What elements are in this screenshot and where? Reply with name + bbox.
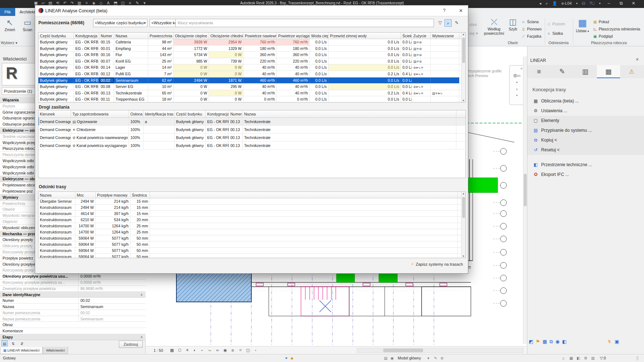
cell-flow[interactable]: 5077 kg/h bbox=[96, 241, 130, 247]
cell-type[interactable]: ⊛ Kanał powietrza nawiewanego bbox=[71, 134, 129, 141]
cell-heat[interactable]: 0 W bbox=[173, 90, 209, 96]
cell-cool[interactable]: 0 W bbox=[209, 90, 243, 96]
cell-heat[interactable]: 0 W bbox=[173, 84, 209, 90]
rooms-header-row[interactable]: Część budynkuKondygnacjaNumerNazwaPowier… bbox=[38, 33, 465, 39]
cell-cw[interactable]: 0.0 L/s bbox=[329, 84, 401, 90]
column-header-sup[interactable]: Powietrze nawiewne bbox=[243, 33, 277, 39]
cell-rest[interactable] bbox=[150, 235, 458, 241]
set-workplane-button[interactable]: ▦ Ustaw ▾ bbox=[574, 17, 590, 33]
cell-rest[interactable] bbox=[150, 198, 458, 204]
palette-item[interactable]: ▦Obliczenia (beta) ... bbox=[527, 96, 644, 106]
cell-name[interactable]: Flur bbox=[114, 52, 148, 58]
cell-power[interactable]: 59064 W bbox=[75, 254, 96, 258]
segments-header-row[interactable]: NazwaMocPrzepływ masowyŚrednica bbox=[38, 192, 465, 198]
detail-level-icon[interactable]: ▩ bbox=[168, 348, 176, 353]
cell-name[interactable]: Technikzentrale bbox=[243, 142, 456, 149]
view-tool-icon[interactable]: ▣ bbox=[615, 339, 619, 344]
column-header-usage[interactable]: Zużycie bbox=[412, 33, 431, 39]
cell-name[interactable]: Übergabe Seminar bbox=[38, 198, 75, 204]
cell-prod[interactable] bbox=[431, 84, 459, 90]
cell-ext[interactable]: 760 m³/h bbox=[277, 39, 310, 45]
navigation-bar[interactable]: ⊗ ◍2D ▾ ⌕ ▾ bbox=[509, 65, 524, 105]
cell-cw[interactable]: 0.0 L/s bbox=[329, 46, 401, 52]
cell-part[interactable]: Budynek główny bbox=[38, 39, 74, 45]
cell-hw[interactable]: 0.0 L/s bbox=[310, 77, 329, 84]
sort-desc-icon[interactable]: ⇵ bbox=[19, 340, 25, 346]
supply-header-row[interactable]: KierunekTyp zapotrzebowaniaOsłonaIdentyf… bbox=[38, 110, 465, 118]
cell-level[interactable]: EG - OK RFB bbox=[206, 126, 229, 133]
signed-in-user[interactable]: e-L04 bbox=[561, 1, 572, 5]
cell-dia[interactable]: 50 mm bbox=[130, 248, 150, 253]
cell-dia[interactable]: 15 mm bbox=[130, 198, 150, 204]
cell-name[interactable]: Konstruktionsraum bbox=[38, 248, 75, 253]
cell-level[interactable]: EG - OK RFB bbox=[74, 39, 99, 45]
cell-cool[interactable]: 1329 W bbox=[209, 46, 243, 52]
cell-dia[interactable]: 15 mm bbox=[130, 205, 150, 210]
cell-cool[interactable]: 0 W bbox=[209, 64, 243, 71]
filter-funnel-icon[interactable]: ▽ bbox=[436, 19, 444, 27]
tab-linear-properties[interactable]: ▦LINEAR Właściwości bbox=[0, 347, 43, 354]
highlight-search-icon[interactable]: ⌕ bbox=[444, 19, 452, 27]
cell-part[interactable]: Budynek główny bbox=[175, 126, 206, 133]
cell-part[interactable]: Budynek główny bbox=[175, 118, 206, 125]
cell-heat[interactable]: 3939 W bbox=[173, 39, 209, 45]
rooms-row-00.01[interactable]: Budynek głównyEG - OK RFB00.01Empfang44 … bbox=[38, 46, 465, 52]
show-crop-icon[interactable]: ⌙ bbox=[206, 348, 214, 353]
column-header-cw[interactable]: Przewód zimnej wody bbox=[329, 33, 401, 39]
reveal-hidden-icon[interactable]: ◉ bbox=[221, 348, 229, 353]
rooms-row-00.11[interactable]: Budynek głównyEG - OK RFB00.11Treppenhau… bbox=[38, 96, 465, 102]
cell-sew[interactable]: 0.0 L/s bbox=[401, 58, 412, 64]
select-by-face-icon[interactable]: ⚙ bbox=[584, 356, 587, 360]
visual-style-icon[interactable]: ⬡ bbox=[176, 348, 183, 353]
cell-cover[interactable]: 100% bbox=[129, 126, 143, 133]
cell-hw[interactable]: 0.0 L/s bbox=[310, 64, 329, 71]
cell-sew[interactable]: 0.0 L/s bbox=[401, 64, 412, 71]
supply-row[interactable]: Demand Coverage▤ Ogrzewanie100%aBudynek … bbox=[38, 118, 465, 126]
column-header-num[interactable]: Numer bbox=[99, 33, 114, 39]
column-header-rest[interactable] bbox=[150, 192, 458, 198]
segment-row[interactable]: Übergabe Seminar2494 W214 kg/h15 mm bbox=[38, 198, 465, 205]
segment-row[interactable]: Konstruktionsraum59064 W5077 kg/h50 mm bbox=[38, 248, 465, 254]
dialog-close-icon[interactable]: ✕ bbox=[459, 8, 463, 13]
selection-count[interactable]: ▽:0 bbox=[600, 356, 606, 360]
property-row[interactable]: Rzeczywisty przepływ powietrza us...0.00… bbox=[0, 279, 146, 286]
segment-row[interactable]: Konstruktionsraum4614 W397 kg/h15 mm bbox=[38, 211, 465, 217]
cell-hw[interactable]: 0.0 L/s bbox=[310, 71, 329, 77]
edit-tab[interactable]: ✎ bbox=[551, 65, 574, 78]
temporary-hide-icon[interactable]: ∞ bbox=[214, 348, 221, 353]
cell-rest[interactable] bbox=[150, 241, 458, 247]
tab-properties[interactable]: Właściwości bbox=[43, 347, 68, 354]
cell-level[interactable]: EG - OK RFB bbox=[74, 71, 99, 77]
cell-cw[interactable]: 0.0 L/s bbox=[329, 39, 401, 45]
reveal-constraints-icon[interactable]: ⌗ bbox=[237, 348, 244, 353]
column-header-flow[interactable]: Przepływ masowy bbox=[96, 192, 130, 198]
ref-plane-button[interactable]: ◺Płaszczyzna odniesienia bbox=[593, 27, 643, 31]
cell-power[interactable]: 2494 W bbox=[75, 198, 96, 204]
cell-ext[interactable]: 40 m³/h bbox=[277, 84, 310, 90]
cell-sup[interactable]: 180 m³/h bbox=[243, 46, 277, 52]
cell-cw[interactable]: 0.0 L/s bbox=[329, 96, 401, 102]
cell-dir[interactable]: Demand Coverage bbox=[38, 118, 71, 125]
cell-name[interactable]: Treppenhaus EG bbox=[114, 96, 148, 102]
cell-sup[interactable]: 0 m³/h bbox=[243, 96, 277, 102]
cell-heat[interactable]: 985 W bbox=[173, 58, 209, 64]
column-header-name[interactable]: Nazwa bbox=[38, 192, 75, 198]
cell-sew[interactable]: 0.0 L/s bbox=[401, 77, 412, 84]
cell-level[interactable]: EG - OK RFB bbox=[206, 142, 229, 149]
dialog-help-icon[interactable]: ? bbox=[443, 8, 446, 13]
segment-row[interactable]: Konstruktionsraum59064 W5077 kg/h50 mm bbox=[38, 241, 465, 248]
cell-dia[interactable]: 20 mm bbox=[130, 217, 150, 223]
cell-dia[interactable]: 50 mm bbox=[130, 241, 150, 247]
restore-button[interactable]: ⧉ bbox=[617, 1, 625, 6]
cell-name[interactable]: Cafeteria bbox=[114, 39, 148, 45]
sort-asc-icon[interactable]: ⇅ bbox=[10, 340, 16, 346]
cell-hw[interactable]: 0.0 L/s bbox=[310, 39, 329, 45]
cell-num[interactable]: 00.13 bbox=[229, 118, 243, 125]
segment-row[interactable]: Konstruktionsraum14700 W1264 kg/h25 mm bbox=[38, 223, 465, 229]
rooms-row-00.15[interactable]: Budynek głównyEG - OK RFB00.15Cafeteria9… bbox=[38, 39, 465, 46]
cell-num[interactable]: 00.12 bbox=[99, 71, 114, 77]
cell-name[interactable]: Empfang bbox=[114, 46, 148, 52]
warning-tab[interactable]: ⚠ bbox=[620, 65, 643, 78]
user-dropdown-icon[interactable]: ▾ bbox=[576, 2, 577, 5]
sun-path-icon[interactable]: ✳ bbox=[183, 348, 191, 353]
